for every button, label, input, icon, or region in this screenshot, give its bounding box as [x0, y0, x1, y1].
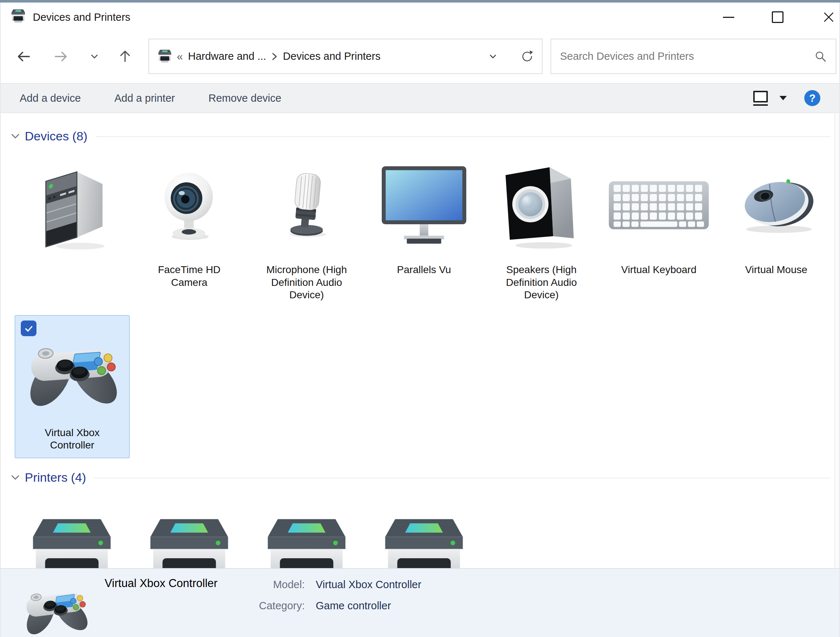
view-dropdown-caret-icon[interactable]: [780, 96, 787, 100]
window-left-edge: [0, 3, 1, 637]
devices-section-title: Devices (8): [25, 129, 87, 143]
breadcrumb-overflow-chevrons[interactable]: «: [177, 50, 183, 63]
window-top-edge: [0, 0, 840, 3]
device-label: Virtual Mouse: [745, 264, 808, 277]
selected-checkbox[interactable]: [21, 321, 36, 336]
device-label: Parallels Vu: [397, 264, 451, 277]
monitor-icon: [379, 164, 470, 247]
up-button[interactable]: [115, 47, 135, 66]
breadcrumb-separator-icon: [270, 51, 278, 62]
device-label: Microphone (High Definition Audio Device…: [266, 264, 347, 302]
device-tile-virtual-xbox-controller-selected[interactable]: Virtual Xbox Controller: [14, 315, 130, 458]
game-controller-icon: [23, 336, 121, 410]
section-chevron-icon: [9, 471, 21, 483]
recent-pages-chevron-icon: [89, 51, 100, 62]
section-divider: [94, 478, 831, 478]
breadcrumb-hardware-and-sound[interactable]: Hardware and ...: [187, 50, 268, 62]
device-tile-speakers[interactable]: Speakers (High Definition Audio Device): [483, 155, 600, 302]
model-label: Model:: [203, 578, 305, 591]
webcam-icon: [158, 160, 221, 250]
device-label: Virtual Keyboard: [621, 264, 697, 277]
device-tile-parallels-vu[interactable]: Parallels Vu: [365, 155, 483, 302]
checkmark-icon: [23, 323, 34, 334]
view-options-icon-underline: [753, 104, 768, 106]
devices-and-printers-window: Devices and Printers: [0, 0, 840, 637]
printers-section-title: Printers (4): [25, 470, 86, 485]
printer-app-icon: [10, 8, 26, 24]
breadcrumb-devices-and-printers[interactable]: Devices and Printers: [281, 50, 382, 62]
add-a-printer-button[interactable]: Add a printer: [114, 92, 175, 104]
details-fields: Model: Virtual Xbox Controller Category:…: [203, 578, 422, 620]
recent-pages-button[interactable]: [85, 47, 104, 66]
game-controller-icon: [20, 582, 91, 637]
device-label: Speakers (High Definition Audio Device): [501, 264, 582, 302]
add-a-device-button[interactable]: Add a device: [20, 92, 81, 104]
category-value: Game controller: [316, 599, 391, 613]
address-bar[interactable]: « Hardware and ... Devices and Printers: [148, 39, 543, 74]
device-tile-computer[interactable]: [13, 155, 131, 302]
refresh-icon[interactable]: [521, 50, 534, 63]
back-button[interactable]: [14, 47, 33, 66]
search-input[interactable]: [559, 50, 814, 63]
device-tile-virtual-mouse[interactable]: Virtual Mouse: [717, 155, 835, 302]
help-icon: ?: [809, 92, 816, 104]
remove-device-button[interactable]: Remove device: [208, 92, 281, 104]
forward-arrow-icon: [52, 48, 69, 65]
model-value: Virtual Xbox Controller: [316, 578, 422, 591]
titlebar: Devices and Printers: [0, 3, 840, 35]
change-view-button[interactable]: [753, 91, 768, 106]
devices-section-header[interactable]: Devices (8): [9, 128, 831, 144]
help-button[interactable]: ?: [804, 90, 820, 106]
category-label: Category:: [203, 599, 305, 613]
vertical-scrollbar[interactable]: [834, 114, 839, 568]
up-arrow-icon: [117, 48, 133, 65]
search-icon[interactable]: [814, 50, 827, 63]
device-tile-microphone[interactable]: Microphone (High Definition Audio Device…: [248, 155, 365, 302]
tower-pc-icon: [34, 160, 109, 251]
minimize-icon: [723, 17, 734, 18]
section-divider: [96, 136, 831, 137]
search-box[interactable]: [551, 39, 836, 74]
address-dropdown-icon[interactable]: [488, 51, 498, 62]
close-icon: [823, 11, 835, 23]
device-label: FaceTime HD Camera: [148, 264, 230, 289]
device-tile-facetime-camera[interactable]: FaceTime HD Camera: [131, 155, 248, 302]
keyboard-icon: [606, 177, 712, 233]
devices-grid: FaceTime HD Camera Microphone (High Defi…: [13, 155, 835, 302]
close-button[interactable]: [816, 4, 840, 30]
window-title: Devices and Printers: [33, 11, 131, 23]
device-label: Virtual Xbox Controller: [15, 427, 129, 452]
speaker-icon: [501, 160, 582, 250]
printer-location-icon: [157, 49, 172, 64]
maximize-button[interactable]: [764, 4, 791, 30]
view-options-icon: [753, 91, 768, 103]
details-device-name: Virtual Xbox Controller: [105, 577, 218, 590]
forward-button[interactable]: [51, 47, 71, 66]
printers-section-header[interactable]: Printers (4): [9, 469, 831, 486]
mouse-icon: [729, 174, 823, 236]
microphone-icon: [277, 161, 336, 250]
back-arrow-icon: [15, 48, 32, 65]
maximize-icon: [772, 11, 783, 23]
device-tile-virtual-keyboard[interactable]: Virtual Keyboard: [600, 155, 717, 302]
details-panel: Virtual Xbox Controller Model: Virtual X…: [0, 568, 840, 637]
minimize-button[interactable]: [715, 4, 742, 30]
section-chevron-icon: [9, 130, 21, 142]
command-toolbar: Add a device Add a printer Remove device…: [0, 83, 840, 113]
